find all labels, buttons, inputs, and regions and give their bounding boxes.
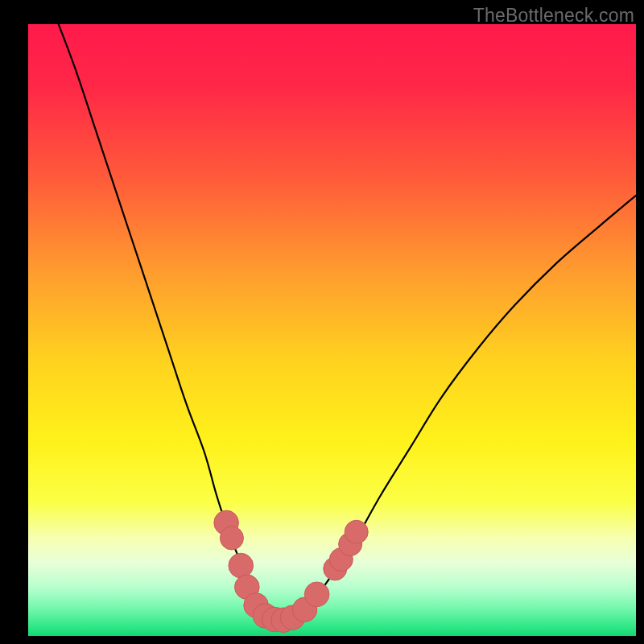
chart-svg [28,24,636,636]
data-marker [229,553,254,578]
data-marker [304,582,329,607]
data-marker [220,526,243,550]
gradient-background [28,24,636,636]
chart-frame: TheBottleneck.com [0,0,644,644]
watermark-text: TheBottleneck.com [473,5,634,27]
plot-area [28,24,636,636]
data-marker [345,520,368,543]
